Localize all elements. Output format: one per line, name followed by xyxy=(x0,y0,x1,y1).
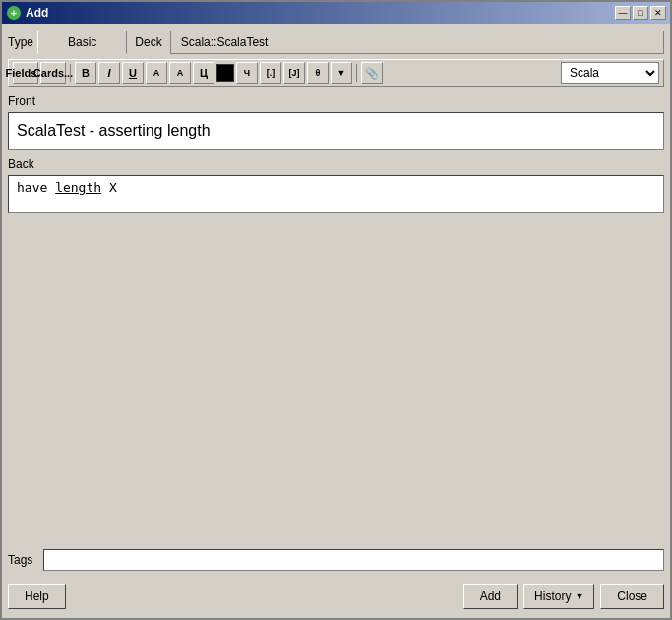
middle-area xyxy=(8,217,664,539)
color-picker[interactable] xyxy=(216,64,234,82)
back-field[interactable]: have length X xyxy=(8,175,664,213)
italic-button[interactable]: I xyxy=(98,62,120,84)
history-label: History xyxy=(534,589,571,603)
type-row: Type Basic Deck Scala::ScalaTest xyxy=(8,30,664,55)
bottom-row: Help Add History ▼ Close xyxy=(8,581,664,612)
maximize-button[interactable]: □ xyxy=(633,6,648,20)
history-button[interactable]: History ▼ xyxy=(523,584,594,609)
superscript-button[interactable]: A xyxy=(146,62,167,84)
front-label: Front xyxy=(8,94,664,108)
subscript-button[interactable]: A xyxy=(169,62,191,84)
app-icon: + xyxy=(6,5,22,21)
tags-label: Tags xyxy=(8,553,37,567)
ruby-button[interactable]: Ч xyxy=(236,62,258,84)
history-arrow-icon: ▼ xyxy=(575,591,583,601)
deck-value[interactable]: Scala::ScalaTest xyxy=(170,31,664,54)
toolbar-row: Fields... Cards... B I U A A Ц Ч [.] [J]… xyxy=(8,59,664,87)
back-value: have length X xyxy=(17,180,117,195)
close-button[interactable]: Close xyxy=(600,584,664,609)
close-window-button[interactable]: ✕ xyxy=(650,6,666,20)
bold-button[interactable]: B xyxy=(75,62,96,84)
add-window: + Add — □ ✕ Type Basic Deck Scala::Scala… xyxy=(0,0,672,620)
minimize-button[interactable]: — xyxy=(615,6,631,20)
bottom-right-buttons: Add History ▼ Close xyxy=(463,584,664,609)
more-button[interactable]: ▼ xyxy=(331,62,352,84)
attach-button[interactable]: 📎 xyxy=(361,62,383,84)
window-controls: — □ ✕ xyxy=(615,6,666,20)
title-bar: + Add — □ ✕ xyxy=(2,2,670,24)
tags-row: Tags xyxy=(8,547,664,573)
cards-button[interactable]: Cards... xyxy=(40,62,66,84)
front-field[interactable]: ScalaTest - asserting length xyxy=(8,112,664,150)
bracket-button[interactable]: [.] xyxy=(260,62,281,84)
cloze-button[interactable]: [J] xyxy=(283,62,305,84)
tags-input[interactable] xyxy=(43,549,664,571)
front-value: ScalaTest - asserting length xyxy=(17,122,211,140)
math-button[interactable]: θ xyxy=(307,62,329,84)
underline-button[interactable]: U xyxy=(122,62,144,84)
title-bar-left: + Add xyxy=(6,5,48,21)
type-label: Type xyxy=(8,35,33,49)
window-content: Type Basic Deck Scala::ScalaTest Fields.… xyxy=(2,24,670,618)
type-tab-basic[interactable]: Basic xyxy=(37,31,127,54)
svg-text:+: + xyxy=(11,7,17,19)
strikethrough-button[interactable]: Ц xyxy=(193,62,214,84)
toolbar-separator-2 xyxy=(356,64,357,82)
help-button[interactable]: Help xyxy=(8,584,66,609)
language-select[interactable]: Scala Java Python Haskell xyxy=(561,62,659,84)
add-button[interactable]: Add xyxy=(463,584,518,609)
deck-label: Deck xyxy=(135,35,161,49)
toolbar-separator-1 xyxy=(70,64,71,82)
window-title: Add xyxy=(26,6,48,20)
back-label: Back xyxy=(8,157,664,171)
